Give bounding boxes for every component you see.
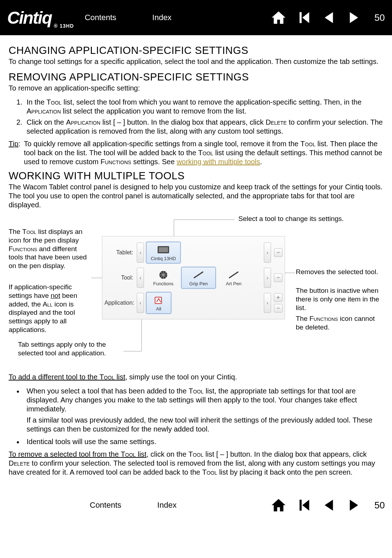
prev-page-icon[interactable]: [321, 9, 337, 26]
bullet-1: When you select a tool that has been add…: [24, 387, 383, 414]
remove-tool-button[interactable]: −: [274, 273, 283, 282]
leader-line: [174, 220, 235, 220]
brand-sub: ® 13HD: [54, 23, 74, 29]
all-apps-icon: [151, 295, 166, 305]
leader-line: [123, 351, 141, 351]
home-icon[interactable]: [270, 9, 287, 26]
scroll-left-icon[interactable]: ‹: [137, 243, 144, 263]
remove-application-button[interactable]: −: [274, 304, 283, 313]
scroll-left-icon[interactable]: ‹: [137, 268, 144, 288]
nav-icons: 50: [270, 9, 385, 26]
page-number: 50: [374, 500, 385, 511]
svg-line-7: [194, 272, 203, 278]
add-application-button[interactable]: +: [274, 293, 283, 302]
tip-label: Tip: [9, 140, 18, 148]
scroll-right-icon[interactable]: ›: [264, 293, 271, 313]
contents-link[interactable]: Contents: [85, 13, 116, 22]
scroll-right-icon[interactable]: ›: [264, 243, 271, 263]
remove-tool-para: To remove a selected tool from the Tool …: [9, 450, 383, 477]
tool-item-grip-pen[interactable]: Grip Pen: [181, 267, 216, 289]
changing-body: To change tool settings for a specific a…: [9, 57, 383, 66]
callout-all-icon: If application-specific settings have no…: [9, 283, 91, 334]
remove-tablet-button[interactable]: −: [274, 248, 283, 257]
first-page-icon[interactable]: [295, 9, 312, 26]
home-icon[interactable]: [270, 497, 287, 513]
tip-body: To quickly remove all application-specif…: [24, 139, 383, 166]
prev-page-icon[interactable]: [321, 497, 337, 513]
step-2: Click on the Application list [ – ] butt…: [24, 118, 383, 136]
application-row: Application: ‹ All › + −: [104, 290, 283, 315]
functions-icon: [156, 269, 171, 280]
pen-icon: [227, 269, 241, 280]
application-item-all[interactable]: All: [146, 292, 171, 314]
tool-item-art-pen[interactable]: Art Pen: [216, 267, 251, 289]
tool-row: Tool: ‹ Functions Grip Pen Art Pen: [104, 265, 283, 290]
add-tool-bullets: When you select a tool that has been add…: [9, 387, 383, 414]
removing-intro: To remove an application-specific settin…: [9, 84, 383, 93]
tip-block: Tip: To quickly remove all application-s…: [9, 139, 383, 166]
header-bar: Cintiq ® 13HD Contents Index 50: [0, 0, 392, 35]
callout-tool-list: The Tool list displays an icon for the p…: [9, 227, 91, 270]
heading-working: WORKING WITH MULTIPLE TOOLS: [9, 170, 383, 182]
application-label: Application:: [104, 300, 135, 306]
first-page-icon[interactable]: [295, 497, 312, 513]
removing-steps: In the Tool list, select the tool from w…: [9, 98, 383, 136]
footer-nav-links: Contents Index: [90, 501, 177, 510]
step-1: In the Tool list, select the tool from w…: [24, 98, 383, 116]
tool-item-functions[interactable]: Functions: [146, 267, 181, 289]
next-page-icon[interactable]: [346, 497, 362, 513]
callout-inactive: The button is inactive when there is onl…: [296, 286, 382, 312]
contents-link[interactable]: Contents: [90, 501, 121, 510]
footer-bar: Contents Index 50: [0, 493, 392, 518]
nav-links: Contents Index: [85, 13, 172, 22]
leader-line: [174, 220, 174, 236]
control-panel: Tablet: ‹ Cintiq 13HD › − Tool: ‹: [102, 236, 285, 319]
next-page-icon[interactable]: [346, 9, 362, 26]
svg-line-8: [229, 272, 238, 278]
callout-functions-icon: The Functions icon cannot be deleted.: [296, 314, 382, 332]
scroll-left-icon[interactable]: ‹: [137, 293, 144, 313]
callout-tab-settings: Tab settings apply only to the selected …: [18, 340, 126, 358]
add-tool-bullets-2: Identical tools will use the same settin…: [9, 437, 383, 446]
bullet-2: Identical tools will use the same settin…: [24, 437, 383, 446]
footer-nav-icons: 50: [270, 497, 385, 513]
svg-rect-1: [159, 247, 168, 252]
working-body: The Wacom Tablet control panel is design…: [9, 183, 383, 209]
page-content: CHANGING APPLICATION-SPECIFIC SETTINGS T…: [0, 35, 392, 493]
heading-removing: REMOVING APPLICATION-SPECIFIC SETTINGS: [9, 71, 383, 83]
leader-line: [141, 315, 142, 351]
heading-changing: CHANGING APPLICATION-SPECIFIC SETTINGS: [9, 45, 383, 56]
leader-line: [285, 273, 295, 273]
tablet-row: Tablet: ‹ Cintiq 13HD › −: [104, 240, 283, 265]
tablet-label: Tablet:: [104, 249, 135, 256]
control-panel-diagram: Select a tool to change its settings. Th…: [9, 215, 383, 362]
pen-icon: [191, 269, 206, 280]
index-link[interactable]: Index: [152, 13, 172, 22]
callout-select-tool: Select a tool to change its settings.: [238, 215, 344, 223]
tablet-item-cintiq[interactable]: Cintiq 13HD: [146, 242, 181, 263]
tool-label: Tool:: [104, 275, 135, 281]
bullet-1-sub: If a similar tool was previously added, …: [27, 416, 383, 434]
callout-removes-tool: Removes the selected tool.: [296, 268, 378, 276]
brand-logo: Cintiq: [7, 8, 52, 28]
tablet-icon: [156, 244, 171, 255]
index-link[interactable]: Index: [157, 501, 177, 510]
add-tool-intro: To add a different tool to the Tool list…: [9, 373, 383, 382]
link-multiple-tools[interactable]: working with multiple tools: [177, 158, 260, 166]
svg-rect-9: [155, 297, 162, 304]
page-number: 50: [374, 12, 385, 23]
scroll-right-icon[interactable]: ›: [264, 268, 271, 288]
